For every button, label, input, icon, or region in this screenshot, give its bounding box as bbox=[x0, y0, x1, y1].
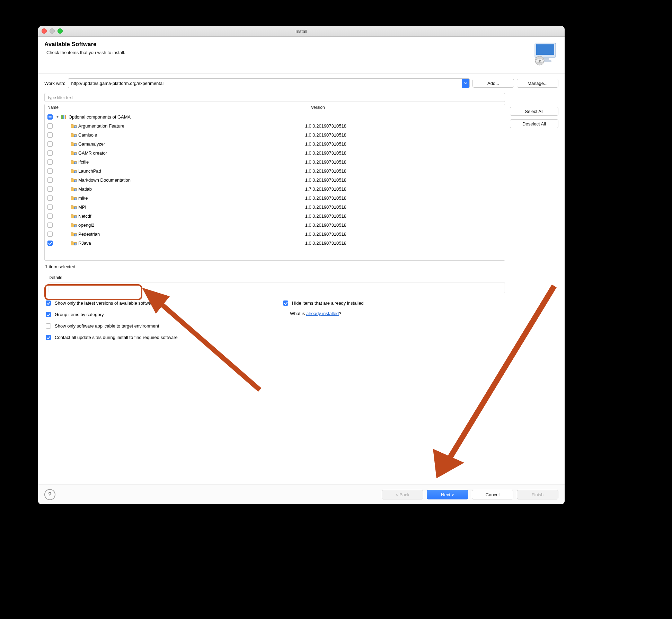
item-version: 1.0.0.201907310518 bbox=[302, 168, 505, 174]
software-tree[interactable]: Name Version Optional components of GAMA… bbox=[44, 104, 505, 261]
tree-item[interactable]: RJava1.0.0.201907310518 bbox=[45, 238, 505, 247]
add-button[interactable]: Add... bbox=[472, 79, 514, 88]
package-icon bbox=[71, 132, 77, 138]
opt-applicable-check[interactable] bbox=[46, 323, 51, 329]
tree-item[interactable]: LaunchPad1.0.0.201907310518 bbox=[45, 166, 505, 175]
item-check[interactable] bbox=[47, 223, 53, 228]
help-icon[interactable]: ? bbox=[44, 489, 55, 500]
package-icon bbox=[71, 177, 77, 183]
tree-item[interactable]: Camisole1.0.0.201907310518 bbox=[45, 130, 505, 139]
tree-item[interactable]: mike1.0.0.201907310518 bbox=[45, 193, 505, 202]
opt-latest-check[interactable] bbox=[46, 300, 51, 306]
opt-contact[interactable]: Contact all update sites during install … bbox=[44, 334, 268, 341]
item-version: 1.0.0.201907310518 bbox=[302, 141, 505, 147]
maximize-icon[interactable] bbox=[58, 28, 63, 34]
work-with-combo[interactable] bbox=[68, 78, 470, 88]
select-all-button[interactable]: Select All bbox=[510, 107, 558, 116]
manage-button[interactable]: Manage... bbox=[517, 79, 558, 88]
item-check[interactable] bbox=[47, 213, 53, 219]
work-with-input[interactable] bbox=[68, 81, 462, 86]
opt-hide[interactable]: Hide items that are already installed bbox=[282, 299, 505, 307]
cancel-button[interactable]: Cancel bbox=[472, 490, 513, 499]
category-icon bbox=[61, 114, 67, 120]
opt-hide-check[interactable] bbox=[283, 300, 288, 306]
item-check[interactable] bbox=[47, 232, 53, 237]
item-version: 1.0.0.201907310518 bbox=[302, 123, 505, 129]
page-subtitle: Check the items that you wish to install… bbox=[46, 50, 558, 55]
disclosure-triangle-icon[interactable] bbox=[55, 115, 60, 119]
tree-item[interactable]: GAMR creator1.0.0.201907310518 bbox=[45, 148, 505, 157]
close-icon[interactable] bbox=[42, 28, 47, 34]
category-label: Optional components of GAMA bbox=[69, 114, 131, 120]
titlebar[interactable]: Install bbox=[38, 26, 565, 37]
svg-rect-7 bbox=[61, 115, 63, 119]
package-icon bbox=[71, 195, 77, 201]
tree-item[interactable]: Netcdf1.0.0.201907310518 bbox=[45, 211, 505, 220]
item-label: Matlab bbox=[78, 186, 92, 192]
tree-item[interactable]: Argumentation Feature1.0.0.201907310518 bbox=[45, 121, 505, 130]
package-icon bbox=[71, 231, 77, 237]
deselect-all-button[interactable]: Deselect All bbox=[510, 119, 558, 128]
opt-group-check[interactable] bbox=[46, 312, 51, 317]
details-box[interactable] bbox=[48, 282, 505, 293]
package-icon bbox=[71, 213, 77, 219]
chevron-down-icon[interactable] bbox=[462, 79, 469, 88]
item-version: 1.0.0.201907310518 bbox=[302, 150, 505, 156]
opt-contact-check[interactable] bbox=[46, 335, 51, 340]
opt-latest[interactable]: Show only the latest versions of availab… bbox=[44, 299, 268, 307]
item-check[interactable] bbox=[47, 195, 53, 201]
opt-group[interactable]: Group items by category bbox=[44, 311, 268, 318]
item-check[interactable] bbox=[47, 159, 53, 165]
item-check[interactable] bbox=[47, 241, 53, 246]
item-version: 1.0.0.201907310518 bbox=[302, 195, 505, 201]
item-check[interactable] bbox=[47, 204, 53, 210]
package-icon bbox=[71, 204, 77, 210]
tree-item[interactable]: Matlab1.7.0.201907310518 bbox=[45, 184, 505, 193]
window-title: Install bbox=[295, 29, 307, 34]
item-label: Gamanalyzer bbox=[78, 141, 105, 147]
tree-item[interactable]: Ifcfile1.0.0.201907310518 bbox=[45, 157, 505, 166]
item-label: RJava bbox=[78, 241, 91, 246]
item-label: MPI bbox=[78, 204, 86, 210]
package-icon bbox=[71, 159, 77, 165]
tree-item[interactable]: MPI1.0.0.201907310518 bbox=[45, 202, 505, 211]
wizard-header: Available Software Check the items that … bbox=[38, 37, 565, 73]
item-label: LaunchPad bbox=[78, 168, 101, 174]
next-button[interactable]: Next > bbox=[427, 490, 468, 499]
item-check[interactable] bbox=[47, 168, 53, 174]
package-icon bbox=[71, 222, 77, 228]
item-check[interactable] bbox=[47, 141, 53, 147]
item-label: GAMR creator bbox=[78, 150, 107, 156]
install-dialog: Install Available Software Check the ite… bbox=[38, 26, 565, 504]
item-label: opengl2 bbox=[78, 223, 94, 228]
finish-button: Finish bbox=[517, 490, 558, 499]
tree-category[interactable]: Optional components of GAMA bbox=[45, 112, 505, 121]
tree-item[interactable]: Gamanalyzer1.0.0.201907310518 bbox=[45, 139, 505, 148]
install-icon bbox=[533, 42, 558, 66]
tree-item[interactable]: Markdown Documentation1.0.0.201907310518 bbox=[45, 175, 505, 184]
item-version: 1.0.0.201907310518 bbox=[302, 159, 505, 165]
item-check[interactable] bbox=[47, 150, 53, 156]
svg-rect-8 bbox=[63, 115, 64, 119]
item-check[interactable] bbox=[47, 132, 53, 138]
opt-applicable[interactable]: Show only software applicable to target … bbox=[44, 322, 268, 330]
column-version[interactable]: Version bbox=[308, 104, 505, 112]
item-label: Camisole bbox=[78, 132, 97, 138]
package-icon bbox=[71, 141, 77, 147]
tree-header: Name Version bbox=[45, 104, 505, 112]
category-check[interactable] bbox=[47, 114, 53, 120]
already-installed-link[interactable]: already installed bbox=[306, 311, 339, 316]
item-check[interactable] bbox=[47, 177, 53, 183]
item-version: 1.0.0.201907310518 bbox=[302, 241, 505, 246]
item-check[interactable] bbox=[47, 186, 53, 192]
item-version: 1.0.0.201907310518 bbox=[302, 132, 505, 138]
package-icon bbox=[71, 186, 77, 192]
tree-item[interactable]: Pedestrian1.0.0.201907310518 bbox=[45, 229, 505, 238]
filter-input[interactable] bbox=[47, 93, 503, 102]
item-check[interactable] bbox=[47, 123, 53, 129]
item-version: 1.0.0.201907310518 bbox=[302, 213, 505, 219]
tree-item[interactable]: opengl21.0.0.201907310518 bbox=[45, 220, 505, 229]
package-icon bbox=[71, 123, 77, 129]
column-name[interactable]: Name bbox=[45, 104, 308, 112]
svg-point-6 bbox=[539, 60, 541, 62]
